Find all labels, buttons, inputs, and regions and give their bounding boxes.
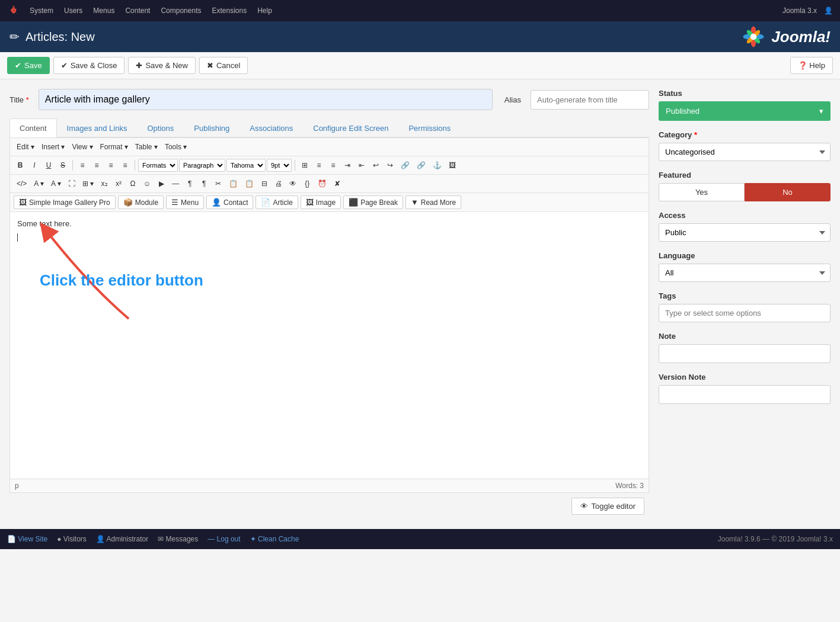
copy-btn[interactable]: 📋 bbox=[226, 177, 241, 190]
hr-btn[interactable]: — bbox=[169, 177, 182, 190]
paragraph-select[interactable]: Paragraph bbox=[179, 159, 225, 172]
editor-menu-tools[interactable]: Tools ▾ bbox=[162, 140, 190, 153]
status-dropdown[interactable]: Published ▾ bbox=[659, 101, 831, 121]
category-select[interactable]: Uncategorised bbox=[659, 143, 831, 161]
question-icon: ❓ bbox=[798, 61, 807, 70]
bold-button[interactable]: B bbox=[14, 159, 27, 172]
footer-view-site[interactable]: 📄 View Site bbox=[7, 535, 47, 543]
alias-input[interactable] bbox=[531, 90, 649, 110]
access-section: Access Public bbox=[659, 211, 831, 242]
tab-options[interactable]: Options bbox=[137, 118, 184, 137]
source-btn[interactable]: {} bbox=[301, 177, 314, 190]
fullscreen-btn[interactable]: ⛶ bbox=[65, 177, 78, 190]
sup-btn[interactable]: x² bbox=[112, 177, 125, 190]
editor-menu-format[interactable]: Format ▾ bbox=[97, 140, 131, 153]
undo-btn[interactable]: ↩ bbox=[369, 159, 382, 172]
table2-btn[interactable]: ⊞ ▾ bbox=[79, 177, 97, 190]
version-note-input[interactable] bbox=[659, 385, 831, 404]
print-btn[interactable]: 🖨 bbox=[272, 177, 285, 190]
nav-users[interactable]: Users bbox=[64, 7, 82, 15]
nav-content[interactable]: Content bbox=[125, 7, 150, 15]
note-input[interactable] bbox=[659, 344, 831, 363]
formats-select[interactable]: Formats bbox=[138, 159, 178, 172]
module-button[interactable]: 📦 Module bbox=[118, 195, 164, 209]
emoticon-btn[interactable]: ☺ bbox=[140, 177, 154, 190]
align-right[interactable]: ≡ bbox=[104, 159, 117, 172]
sub-btn[interactable]: x₂ bbox=[98, 177, 111, 190]
eraser-btn[interactable]: ✘ bbox=[331, 177, 344, 190]
editor-content-area[interactable]: Some text here. Click the editor button bbox=[10, 212, 649, 479]
blocks-btn[interactable]: ⊟ bbox=[258, 177, 271, 190]
special-char-btn[interactable]: Ω bbox=[126, 177, 139, 190]
tab-publishing[interactable]: Publishing bbox=[184, 118, 239, 137]
user-icon[interactable]: 👤 bbox=[824, 7, 833, 15]
footer-clean-cache[interactable]: ✦ Clean Cache bbox=[250, 535, 299, 543]
indent-btn[interactable]: ⇥ bbox=[341, 159, 354, 172]
save-new-button[interactable]: ✚ Save & New bbox=[128, 57, 196, 74]
outdent-btn[interactable]: ⇤ bbox=[355, 159, 368, 172]
tab-images-links[interactable]: Images and Links bbox=[57, 118, 138, 137]
timer-btn[interactable]: ⏰ bbox=[315, 177, 330, 190]
code-btn[interactable]: </> bbox=[14, 177, 30, 190]
italic-button[interactable]: I bbox=[28, 159, 41, 172]
preview-btn[interactable]: 👁 bbox=[286, 177, 299, 190]
editor-menu-edit[interactable]: Edit ▾ bbox=[14, 140, 37, 153]
tab-configure-edit[interactable]: Configure Edit Screen bbox=[303, 118, 398, 137]
nav-components[interactable]: Components bbox=[161, 7, 201, 15]
anchor-btn[interactable]: ⚓ bbox=[430, 159, 445, 172]
featured-yes-button[interactable]: Yes bbox=[659, 183, 745, 201]
joomla-version-link[interactable]: Joomla 3.x bbox=[782, 7, 817, 15]
tags-input[interactable] bbox=[659, 304, 831, 322]
nav-menus[interactable]: Menus bbox=[93, 7, 114, 15]
contact-button[interactable]: 👤 Contact bbox=[206, 195, 253, 209]
tab-content[interactable]: Content bbox=[9, 118, 57, 137]
font-color-btn[interactable]: A ▾ bbox=[31, 177, 47, 190]
editor-menu-table[interactable]: Table ▾ bbox=[132, 140, 161, 153]
save-close-button[interactable]: ✔ Save & Close bbox=[53, 57, 125, 74]
align-left[interactable]: ≡ bbox=[76, 159, 89, 172]
media-btn[interactable]: ▶ bbox=[155, 177, 168, 190]
unlink-btn[interactable]: 🔗 bbox=[414, 159, 429, 172]
nav-system[interactable]: System bbox=[30, 7, 53, 15]
footer-logout[interactable]: — Log out bbox=[207, 535, 240, 543]
access-select[interactable]: Public bbox=[659, 223, 831, 242]
header-bar-left: ✏ Articles: New bbox=[9, 30, 95, 44]
editor-menu-view[interactable]: View ▾ bbox=[69, 140, 95, 153]
font-select[interactable]: Tahoma bbox=[226, 159, 266, 172]
rtl-btn[interactable]: ¶ bbox=[197, 177, 210, 190]
ul-btn[interactable]: ≡ bbox=[312, 159, 325, 172]
align-justify[interactable]: ≡ bbox=[119, 159, 132, 172]
size-select[interactable]: 9pt bbox=[267, 159, 292, 172]
img-btn[interactable]: 🖼 bbox=[446, 159, 459, 172]
paste-btn[interactable]: 📋 bbox=[242, 177, 257, 190]
featured-no-button[interactable]: No bbox=[745, 183, 831, 201]
simple-gallery-button[interactable]: 🖼 Simple Image Gallery Pro bbox=[14, 195, 116, 209]
link-btn[interactable]: 🔗 bbox=[398, 159, 413, 172]
save-button[interactable]: ✔ Save bbox=[7, 57, 50, 74]
nav-help[interactable]: Help bbox=[257, 7, 272, 15]
strikethrough-button[interactable]: S bbox=[56, 159, 69, 172]
image-button[interactable]: 🖼 Image bbox=[301, 195, 341, 209]
save-icon: ✔ bbox=[15, 61, 21, 70]
cancel-button[interactable]: ✖ Cancel bbox=[199, 57, 248, 74]
table-btn[interactable]: ⊞ bbox=[298, 159, 311, 172]
language-select[interactable]: All bbox=[659, 264, 831, 282]
pilcrow-btn[interactable]: ¶ bbox=[183, 177, 196, 190]
pagebreak-button[interactable]: ⬛ Page Break bbox=[343, 195, 403, 209]
tab-associations[interactable]: Associations bbox=[239, 118, 303, 137]
nav-extensions[interactable]: Extensions bbox=[212, 7, 247, 15]
redo-btn[interactable]: ↪ bbox=[384, 159, 397, 172]
align-center[interactable]: ≡ bbox=[90, 159, 103, 172]
title-input[interactable] bbox=[39, 89, 493, 110]
cut-btn[interactable]: ✂ bbox=[212, 177, 225, 190]
tab-permissions[interactable]: Permissions bbox=[398, 118, 461, 137]
article-button[interactable]: 📄 Article bbox=[255, 195, 298, 209]
underline-button[interactable]: U bbox=[42, 159, 55, 172]
toggle-editor-button[interactable]: 👁 Toggle editor bbox=[571, 498, 644, 515]
editor-menu-insert[interactable]: Insert ▾ bbox=[39, 140, 68, 153]
menu-button[interactable]: ☰ Menu bbox=[166, 195, 204, 209]
help-button[interactable]: ❓ Help bbox=[790, 57, 833, 74]
ol-btn[interactable]: ≡ bbox=[327, 159, 340, 172]
bg-color-btn[interactable]: A ▾ bbox=[48, 177, 64, 190]
readmore-button[interactable]: ▼ Read More bbox=[405, 195, 461, 209]
